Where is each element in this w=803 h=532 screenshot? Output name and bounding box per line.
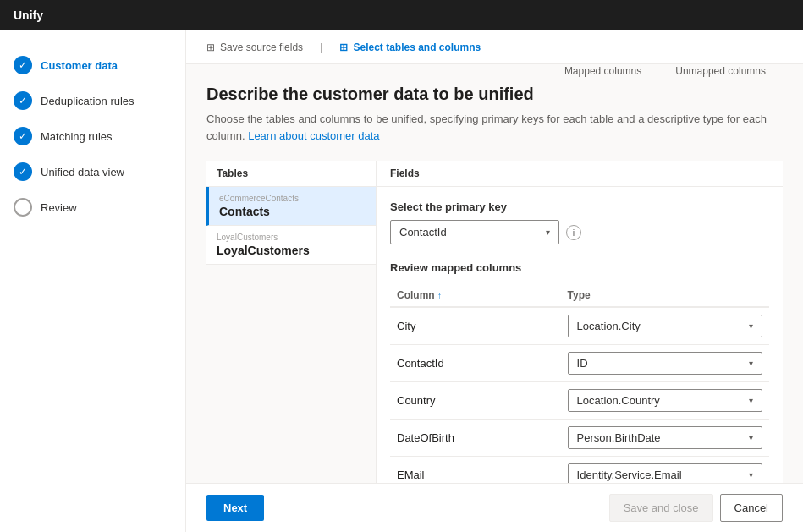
learn-more-link[interactable]: Learn about customer data [248,129,379,142]
col-type-contactid: ID ▾ [561,345,769,382]
page-content: 50 Mapped columns 3 Unmapped columns Des… [186,64,803,483]
table-row: ContactId ID ▾ [390,345,769,382]
content-area: ⊞ Save source fields | ⊞ Select tables a… [186,30,803,532]
step-circle-review [14,198,32,217]
next-button[interactable]: Next [206,495,264,521]
col-type-country: Location.Country ▾ [561,382,769,420]
sort-arrow-icon: ↑ [437,291,442,300]
top-bar: Unify [0,0,803,30]
sidebar-label-matching: Matching rules [41,130,113,143]
footer-bar: Next Save and close Cancel [186,483,803,532]
two-panel: Tables eCommerceContacts Contacts LoyalC… [206,161,783,483]
tables-panel-header: Tables [206,161,376,187]
type-dropdown-country[interactable]: Location.Country ▾ [568,389,762,412]
table-icon: ⊞ [339,41,348,53]
col-name-city: City [390,307,561,345]
step-circle-customer-data: ✓ [14,56,32,74]
breadcrumb-label-select: Select tables and columns [353,41,481,53]
columns-section-label: Review mapped columns [390,261,769,274]
col-name-email: EMail [390,457,561,484]
col-type-email: Identity.Service.Email ▾ [561,457,769,484]
stat-unmapped: 3 Unmapped columns [675,64,766,77]
table-row: EMail Identity.Service.Email ▾ [390,457,769,484]
sidebar-item-customer-data[interactable]: ✓ Customer data [0,47,185,83]
table-group-ecommerce: eCommerceContacts [219,194,366,203]
col-type-dob: Person.BirthDate ▾ [561,420,769,457]
dropdown-chevron-email-icon: ▾ [749,470,753,480]
sidebar-item-review[interactable]: Review [0,189,185,225]
sidebar: ✓ Customer data ✓ Deduplication rules ✓ … [0,30,186,532]
app-title: Unify [14,8,43,22]
fields-content: Select the primary key ContactId ▾ i [377,187,783,483]
page-header: Describe the customer data to be unified… [206,85,783,144]
col-type-city: Location.City ▾ [561,307,769,345]
page-title: Describe the customer data to be unified [206,85,783,104]
table-item-contacts[interactable]: eCommerceContacts Contacts [206,187,376,226]
primary-key-value: ContactId [399,226,447,239]
table-item-loyal-customers[interactable]: LoyalCustomers LoyalCustomers [206,226,376,265]
tables-panel: Tables eCommerceContacts Contacts LoyalC… [206,161,376,483]
dropdown-chevron-dob-icon: ▾ [749,433,753,442]
stats-area: 50 Mapped columns 3 Unmapped columns [564,64,766,77]
type-dropdown-dob[interactable]: Person.BirthDate ▾ [568,426,762,449]
breadcrumb-save-source-fields[interactable]: ⊞ Save source fields [206,41,303,53]
type-dropdown-email[interactable]: Identity.Service.Email ▾ [568,463,762,483]
dropdown-chevron-city-icon: ▾ [749,321,753,331]
column-header-type: Type [561,284,769,307]
save-icon: ⊞ [206,41,215,53]
table-name-loyal: LoyalCustomers [217,244,366,257]
sidebar-label-review: Review [41,201,77,214]
cancel-button[interactable]: Cancel [720,494,783,522]
sidebar-item-matching-rules[interactable]: ✓ Matching rules [0,118,185,154]
breadcrumb-bar: ⊞ Save source fields | ⊞ Select tables a… [186,30,803,64]
primary-key-dropdown[interactable]: ContactId ▾ [390,220,559,244]
unmapped-label: Unmapped columns [675,65,766,77]
save-close-button[interactable]: Save and close [609,494,713,522]
table-row: Country Location.Country ▾ [390,382,769,420]
table-group-loyal: LoyalCustomers [217,233,366,242]
breadcrumb-label-save: Save source fields [220,41,303,53]
step-circle-unified: ✓ [14,162,32,181]
sidebar-item-unified-data-view[interactable]: ✓ Unified data view [0,154,185,189]
type-dropdown-contactid[interactable]: ID ▾ [568,352,762,375]
sidebar-label-unified: Unified data view [41,166,124,178]
step-circle-matching: ✓ [14,127,32,145]
sidebar-label-dedup: Deduplication rules [41,95,135,107]
sidebar-label-customer-data: Customer data [41,59,118,72]
breadcrumb-separator: | [320,41,322,53]
fields-panel-header: Fields [377,161,783,187]
table-row: DateOfBirth Person.BirthDate ▾ [390,420,769,457]
table-name-contacts: Contacts [219,205,366,218]
dropdown-chevron-contactid-icon: ▾ [749,359,753,368]
stat-mapped: 50 Mapped columns [564,64,641,77]
primary-key-section: Select the primary key ContactId ▾ i [390,200,769,244]
table-row: City Location.City ▾ [390,307,769,345]
columns-table: Column ↑ Type City [390,284,769,483]
fields-panel: Fields Select the primary key ContactId … [376,161,783,483]
primary-key-row: ContactId ▾ i [390,220,769,244]
primary-key-label: Select the primary key [390,200,769,213]
col-name-contactid: ContactId [390,345,561,382]
info-icon[interactable]: i [566,225,581,240]
page-subtitle: Choose the tables and columns to be unif… [206,111,783,144]
footer-left: Next [206,495,264,521]
breadcrumb-select-tables[interactable]: ⊞ Select tables and columns [339,41,481,53]
type-dropdown-city[interactable]: Location.City ▾ [568,315,762,337]
column-header-name[interactable]: Column ↑ [390,284,561,307]
dropdown-chevron-icon: ▾ [546,228,550,237]
step-circle-dedup: ✓ [14,91,32,110]
footer-right: Save and close Cancel [609,494,783,522]
col-name-country: Country [390,382,561,420]
mapped-label: Mapped columns [564,65,641,77]
dropdown-chevron-country-icon: ▾ [749,396,753,405]
col-name-dob: DateOfBirth [390,420,561,457]
sidebar-item-deduplication-rules[interactable]: ✓ Deduplication rules [0,83,185,118]
